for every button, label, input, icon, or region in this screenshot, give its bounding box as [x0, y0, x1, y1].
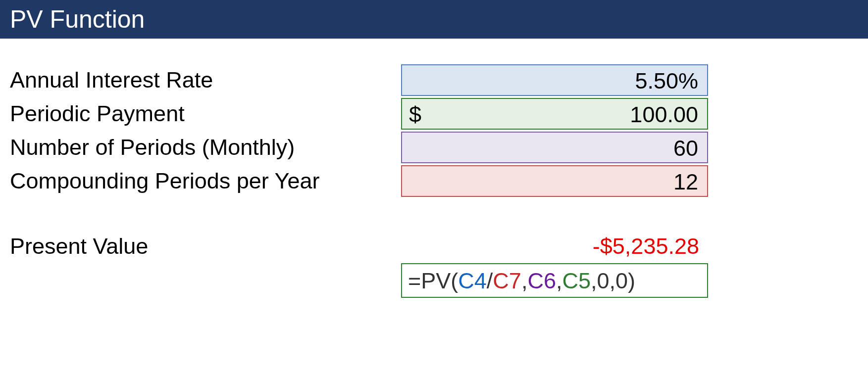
label-annual-rate: Annual Interest Rate	[0, 63, 401, 97]
cell-periodic-payment-value: 100.00	[630, 102, 698, 127]
formula-ref-c5: C5	[562, 268, 591, 293]
label-present-value: Present Value	[0, 230, 401, 263]
cell-compounding[interactable]: 12	[401, 165, 708, 197]
page-title: PV Function	[0, 0, 868, 39]
formula-suffix: ,0,0)	[591, 268, 635, 293]
formula-ref-c7: C7	[493, 268, 521, 293]
cell-periodic-payment[interactable]: $ 100.00	[401, 98, 708, 130]
cell-annual-rate[interactable]: 5.50%	[401, 64, 708, 96]
formula-comma-1: ,	[521, 268, 528, 293]
formula-ref-c4: C4	[458, 268, 487, 293]
formula-ref-c6: C6	[527, 268, 556, 293]
pv-table: Annual Interest Rate 5.50% Periodic Paym…	[0, 39, 868, 298]
label-compounding: Compounding Periods per Year	[0, 164, 401, 198]
cell-num-periods[interactable]: 60	[401, 132, 708, 163]
formula-prefix: =PV(	[408, 268, 458, 293]
formula-slash: /	[487, 268, 493, 293]
formula-display: =PV(C4/C7,C6,C5,0,0)	[401, 263, 708, 298]
present-value-result: -$5,235.28	[401, 231, 708, 262]
label-periodic-payment: Periodic Payment	[0, 97, 401, 131]
formula-comma-2: ,	[556, 268, 562, 293]
label-num-periods: Number of Periods (Monthly)	[0, 131, 401, 164]
currency-symbol: $	[409, 101, 421, 129]
